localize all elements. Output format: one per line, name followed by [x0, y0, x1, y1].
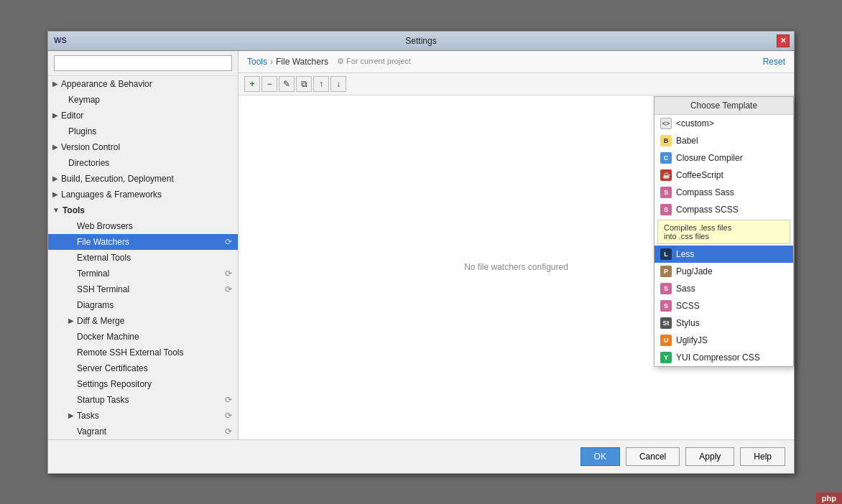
- cancel-button[interactable]: Cancel: [626, 447, 680, 466]
- sidebar-item-label: Settings Repository: [77, 379, 152, 389]
- window-title: Settings: [405, 36, 436, 46]
- sidebar-item-settings-repo[interactable]: Settings Repository: [48, 376, 238, 392]
- toolbar: + − ✎ ⧉ ↑ ↓ Choose Tem: [239, 73, 794, 95]
- sidebar-item-label: External Tools: [77, 253, 131, 263]
- arrow-icon: ▶: [68, 411, 74, 419]
- settings-window: WS Settings ✕ ▶ Appearance & Behavior Ke…: [47, 31, 795, 474]
- template-item-label: SCSS: [676, 301, 700, 311]
- sync-icon3: ⟳: [225, 284, 232, 294]
- sidebar-item-ssh-terminal[interactable]: SSH Terminal ⟳: [48, 281, 238, 297]
- sidebar-item-build[interactable]: ▶ Build, Execution, Deployment: [48, 171, 238, 187]
- sidebar-item-tools[interactable]: ▼ Tools: [48, 202, 238, 218]
- sidebar-item-version-control[interactable]: ▶ Version Control: [48, 139, 238, 155]
- template-item-closure[interactable]: C Closure Compiler: [654, 149, 793, 167]
- copy-button[interactable]: ⧉: [296, 76, 312, 92]
- uglify-icon: U: [660, 335, 672, 346]
- sidebar-item-terminal[interactable]: Terminal ⟳: [48, 266, 238, 281]
- sidebar-item-server-certificates[interactable]: Server Certificates: [48, 360, 238, 376]
- move-up-button[interactable]: ↑: [313, 76, 329, 92]
- sidebar-item-remote-ssh[interactable]: Remote SSH External Tools: [48, 345, 238, 360]
- sidebar-item-label: Keymap: [68, 95, 100, 105]
- sidebar-item-editor[interactable]: ▶ Editor: [48, 108, 238, 123]
- template-item-less[interactable]: L Less: [654, 246, 793, 263]
- sidebar-item-keymap[interactable]: Keymap: [48, 92, 238, 108]
- template-item-compass-sass[interactable]: S Compass Sass: [654, 184, 793, 201]
- sidebar-item-label: Terminal: [77, 269, 109, 279]
- template-item-label: YUI Compressor CSS: [676, 353, 760, 363]
- breadcrumb-sep: ›: [270, 57, 273, 67]
- sidebar-item-label: Vagrant: [77, 426, 106, 437]
- sidebar-item-docker-machine[interactable]: Docker Machine: [48, 329, 238, 345]
- template-popup-header: Choose Template: [654, 97, 793, 115]
- template-item-label: Pug/Jade: [676, 266, 713, 276]
- yui-icon: Y: [660, 352, 672, 363]
- sidebar-item-label: Diff & Merge: [77, 316, 124, 326]
- less-icon: L: [660, 248, 672, 260]
- template-item-babel[interactable]: B Babel: [654, 132, 793, 149]
- sidebar-item-appearance[interactable]: ▶ Appearance & Behavior: [48, 76, 238, 92]
- template-item-sass[interactable]: S Sass: [654, 280, 793, 297]
- babel-icon: B: [660, 135, 672, 146]
- move-down-button[interactable]: ↓: [330, 76, 346, 92]
- sidebar-item-label: Languages & Frameworks: [61, 190, 162, 200]
- close-button[interactable]: ✕: [777, 34, 790, 47]
- arrow-open-icon: ▼: [52, 206, 60, 214]
- arrow-icon: ▶: [52, 111, 58, 119]
- sidebar-item-tasks[interactable]: ▶ Tasks ⟳: [48, 408, 238, 424]
- title-bar: WS Settings ✕: [48, 32, 794, 51]
- sidebar: ▶ Appearance & Behavior Keymap ▶ Editor …: [48, 51, 239, 439]
- search-input[interactable]: [54, 55, 232, 71]
- template-item-label: CoffeeScript: [676, 170, 723, 180]
- ok-button[interactable]: OK: [580, 447, 620, 466]
- template-item-pug-jade[interactable]: P Pug/Jade: [654, 263, 793, 280]
- remove-button[interactable]: −: [262, 76, 277, 92]
- template-popup: Choose Template <> <custom> B Babel C Cl…: [654, 96, 794, 367]
- sidebar-item-label: Plugins: [68, 126, 96, 136]
- arrow-icon: ▶: [52, 80, 58, 88]
- sidebar-item-diff-merge[interactable]: ▶ Diff & Merge: [48, 313, 238, 329]
- template-item-yui-css[interactable]: Y YUI Compressor CSS: [654, 349, 793, 366]
- sidebar-item-label: Diagrams: [77, 300, 114, 310]
- help-button[interactable]: Help: [740, 447, 785, 466]
- template-item-stylus[interactable]: St Stylus: [654, 314, 793, 332]
- sidebar-item-web-browsers[interactable]: Web Browsers: [48, 218, 238, 234]
- sidebar-item-plugins[interactable]: Plugins: [48, 123, 238, 139]
- sidebar-item-label: Version Control: [61, 142, 120, 152]
- sidebar-item-startup-tasks[interactable]: Startup Tasks ⟳: [48, 392, 238, 408]
- app-icon: WS: [54, 36, 67, 45]
- edit-button[interactable]: ✎: [279, 76, 295, 92]
- search-box: [48, 51, 238, 76]
- template-item-label: Babel: [676, 136, 698, 146]
- template-item-compass-scss[interactable]: S Compass SCSS: [654, 201, 793, 218]
- sidebar-item-label: Directories: [68, 158, 109, 168]
- sidebar-item-diagrams[interactable]: Diagrams: [48, 297, 238, 313]
- closure-icon: C: [660, 152, 672, 164]
- sync-icon2: ⟳: [225, 269, 232, 279]
- breadcrumb-tools[interactable]: Tools: [247, 57, 267, 67]
- template-item-scss[interactable]: S SCSS: [654, 297, 793, 314]
- sidebar-item-file-watchers[interactable]: File Watchers ⟳: [48, 234, 238, 250]
- sidebar-item-languages[interactable]: ▶ Languages & Frameworks: [48, 187, 238, 202]
- php-bar: php: [816, 493, 842, 504]
- project-scope-label: ⚙ For current project: [337, 57, 411, 66]
- copy-icon: ⧉: [301, 79, 307, 89]
- custom-icon: <>: [660, 118, 672, 129]
- arrow-icon: ▶: [68, 317, 74, 325]
- pug-icon: P: [660, 266, 672, 277]
- sidebar-item-label: Web Browsers: [77, 221, 133, 231]
- sidebar-item-external-tools[interactable]: External Tools: [48, 250, 238, 266]
- template-item-uglifyjs[interactable]: U UglifyJS: [654, 332, 793, 349]
- tooltip-box: Compiles .less files into .css files: [657, 220, 790, 244]
- bottom-bar: OK Cancel Apply Help: [48, 439, 794, 473]
- sidebar-item-vagrant[interactable]: Vagrant ⟳: [48, 424, 238, 439]
- scss-icon: S: [660, 300, 672, 312]
- add-button[interactable]: +: [244, 76, 260, 92]
- template-item-coffeescript[interactable]: ☕ CoffeeScript: [654, 167, 793, 184]
- template-item-custom[interactable]: <> <custom>: [654, 115, 793, 132]
- sidebar-item-directories[interactable]: Directories: [48, 155, 238, 171]
- sidebar-item-label: Server Certificates: [77, 363, 148, 373]
- sync-icon4: ⟳: [225, 395, 232, 405]
- sidebar-item-label: Editor: [61, 111, 83, 121]
- reset-button[interactable]: Reset: [763, 57, 785, 67]
- apply-button[interactable]: Apply: [685, 447, 734, 466]
